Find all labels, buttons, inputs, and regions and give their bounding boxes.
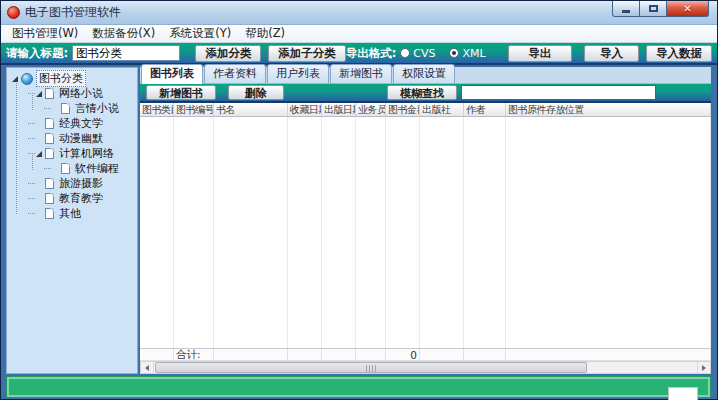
page-icon bbox=[61, 163, 70, 174]
table-body-column bbox=[322, 117, 356, 348]
tree-item[interactable]: 图书分类 bbox=[10, 71, 137, 86]
scroll-left-button[interactable] bbox=[141, 362, 154, 373]
tree-item[interactable]: 旅游摄影 bbox=[10, 176, 137, 191]
total-cell bbox=[464, 349, 506, 361]
add-subcategory-button[interactable]: 添加子分类 bbox=[268, 45, 346, 62]
horizontal-scrollbar[interactable] bbox=[140, 361, 711, 374]
expand-arrow-icon[interactable] bbox=[12, 76, 18, 82]
total-cell bbox=[322, 349, 356, 361]
page-icon bbox=[45, 88, 54, 99]
tree-stub-icon bbox=[28, 213, 35, 214]
page-icon bbox=[45, 178, 54, 189]
tree-item[interactable]: 教育教学 bbox=[10, 191, 137, 206]
menu-item[interactable]: 数据备份(X) bbox=[85, 25, 162, 42]
table-body-column bbox=[464, 117, 506, 348]
tree-stub-icon bbox=[28, 123, 35, 124]
table-body-column bbox=[506, 117, 711, 348]
column-header[interactable]: 出版日期 bbox=[322, 103, 356, 116]
table-body-column bbox=[386, 117, 420, 348]
export-format-label: 导出格式: bbox=[346, 46, 397, 61]
delete-button[interactable]: 删除 bbox=[228, 85, 284, 100]
page-icon bbox=[45, 118, 54, 129]
table-header: 图书类目图书编号书名收藏日期出版日期业务员图书金额出版社作者图书原件存放位置 bbox=[140, 103, 711, 117]
footer-panel bbox=[6, 376, 711, 398]
tab-作者资料[interactable]: 作者资料 bbox=[204, 64, 266, 83]
tree-item-label: 计算机网络 bbox=[57, 146, 116, 161]
table-body-column bbox=[140, 117, 174, 348]
total-cell bbox=[506, 349, 711, 361]
table-body-column bbox=[356, 117, 386, 348]
tab-用户列表[interactable]: 用户列表 bbox=[267, 64, 329, 83]
tree-stub-icon bbox=[28, 93, 35, 94]
export-button[interactable]: 导出 bbox=[508, 45, 572, 62]
tree-item[interactable]: 软件编程 bbox=[10, 161, 137, 176]
scrollbar-thumb[interactable] bbox=[155, 362, 587, 373]
menu-item[interactable]: 帮助(Z) bbox=[238, 25, 292, 42]
add-category-button[interactable]: 添加分类 bbox=[195, 45, 261, 62]
tree-stub-icon bbox=[28, 138, 35, 139]
tree-item-label: 言情小说 bbox=[73, 101, 121, 116]
app-window: 电子图书管理软件 ✕ 图书管理(W)数据备份(X)系统设置(Y)帮助(Z) 请输… bbox=[0, 0, 718, 400]
total-cell bbox=[288, 349, 322, 361]
fuzzy-search-input[interactable] bbox=[461, 85, 656, 100]
tree-stub-icon bbox=[44, 108, 51, 109]
total-cell bbox=[214, 349, 288, 361]
tree-item-label: 其他 bbox=[57, 206, 83, 221]
column-header[interactable]: 书名 bbox=[214, 103, 288, 116]
maximize-button[interactable] bbox=[640, 1, 667, 17]
tree-item[interactable]: 言情小说 bbox=[10, 101, 137, 116]
tree-stub-icon bbox=[28, 183, 35, 184]
total-cell: 0 bbox=[386, 349, 420, 361]
menu-item[interactable]: 图书管理(W) bbox=[5, 25, 85, 42]
content-panel: 图书列表作者资料用户列表新增图书权限设置 新增图书 删除 模糊查找 图书类目图书… bbox=[140, 67, 711, 374]
expand-arrow-icon[interactable] bbox=[36, 151, 42, 157]
column-header[interactable]: 作者 bbox=[464, 103, 506, 116]
main-toolbar: 请输入标题: 添加分类 添加子分类 导出格式: CVSXML 导出 导入 导入数… bbox=[1, 43, 717, 65]
add-book-button[interactable]: 新增图书 bbox=[146, 85, 216, 100]
minimize-button[interactable] bbox=[612, 1, 640, 17]
tab-新增图书[interactable]: 新增图书 bbox=[330, 64, 392, 83]
close-icon: ✕ bbox=[683, 4, 691, 14]
tree-item[interactable]: 其他 bbox=[10, 206, 137, 221]
column-header[interactable]: 图书类目 bbox=[140, 103, 174, 116]
tree-item-label: 经典文学 bbox=[57, 116, 105, 131]
table-body-column bbox=[420, 117, 464, 348]
table-body-column bbox=[288, 117, 322, 348]
radio-xml[interactable] bbox=[449, 48, 459, 58]
column-header[interactable]: 图书原件存放位置 bbox=[506, 103, 711, 116]
table-body-column bbox=[214, 117, 288, 348]
column-header[interactable]: 图书编号 bbox=[174, 103, 214, 116]
tree-item[interactable]: 动漫幽默 bbox=[10, 131, 137, 146]
column-header[interactable]: 出版社 bbox=[420, 103, 464, 116]
column-header[interactable]: 收藏日期 bbox=[288, 103, 322, 116]
fuzzy-search-button[interactable]: 模糊查找 bbox=[387, 85, 457, 100]
column-header[interactable]: 图书金额 bbox=[386, 103, 420, 116]
title-input[interactable] bbox=[72, 45, 180, 61]
menu-item[interactable]: 系统设置(Y) bbox=[162, 25, 238, 42]
import-data-button[interactable]: 导入数据 bbox=[646, 45, 712, 62]
tree-item-label: 旅游摄影 bbox=[57, 176, 105, 191]
expand-arrow-icon[interactable] bbox=[36, 91, 42, 97]
category-tree: 图书分类网络小说言情小说经典文学动漫幽默计算机网络软件编程旅游摄影教育教学其他 bbox=[6, 67, 138, 374]
tab-图书列表[interactable]: 图书列表 bbox=[141, 64, 203, 84]
export-format-radios: CVSXML bbox=[400, 47, 499, 60]
table-total-row: 合计:0 bbox=[140, 348, 711, 361]
tab-权限设置[interactable]: 权限设置 bbox=[393, 64, 455, 83]
radio-cvs[interactable] bbox=[400, 48, 410, 58]
title-bar: 电子图书管理软件 ✕ bbox=[1, 1, 717, 25]
tree-item[interactable]: 网络小说 bbox=[10, 86, 137, 101]
scroll-right-button[interactable] bbox=[697, 362, 710, 373]
menu-bar: 图书管理(W)数据备份(X)系统设置(Y)帮助(Z) bbox=[1, 25, 717, 43]
scrollbar-grip-icon bbox=[366, 365, 376, 372]
tab-bar: 图书列表作者资料用户列表新增图书权限设置 bbox=[140, 67, 711, 84]
tree-item[interactable]: 经典文学 bbox=[10, 116, 137, 131]
tree-stub-icon bbox=[28, 198, 35, 199]
table-body bbox=[140, 117, 711, 348]
import-button[interactable]: 导入 bbox=[584, 45, 640, 62]
close-button[interactable]: ✕ bbox=[667, 1, 709, 17]
page-icon bbox=[45, 208, 54, 219]
column-header[interactable]: 业务员 bbox=[356, 103, 386, 116]
footer-white-box bbox=[668, 387, 698, 400]
tree-item[interactable]: 计算机网络 bbox=[10, 146, 137, 161]
page-icon bbox=[61, 103, 70, 114]
